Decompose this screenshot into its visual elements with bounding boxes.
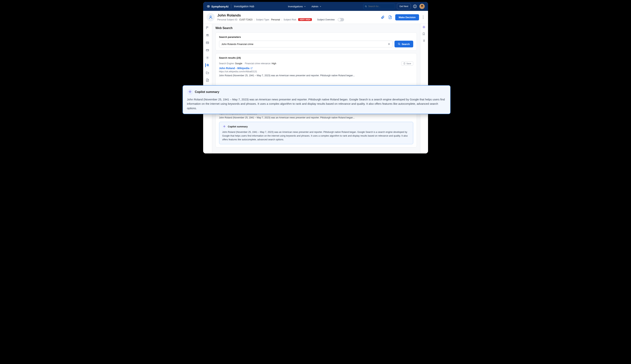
gear-icon [206,56,209,60]
copilot-text: John Roland (November 25, 1941 – May 7, … [222,130,410,142]
external-link-icon [250,67,253,69]
result-snippet: John Roland (November 25, 1941 – May 7, … [219,74,413,77]
make-decision-button[interactable]: Make Decision [395,14,419,20]
sidebar-settings[interactable] [205,56,210,60]
brand-logo: SymphonyAI [207,4,229,8]
copilot-heading: Copilot summary [228,125,248,128]
chevron-down-icon [304,6,306,7]
wallet-icon [206,48,209,52]
sidebar-group[interactable] [205,33,210,37]
svg-rect-11 [206,50,209,51]
sparkle-icon [187,89,193,95]
search-parameters-card: Search parameters ✕ Search [216,32,417,50]
svg-point-0 [365,6,367,7]
risk-badge: VERY HIGH [298,18,312,21]
attachment-button[interactable] [380,15,385,20]
kebab-icon [423,16,423,19]
sidebar-folder[interactable] [205,71,210,75]
rail-list[interactable] [422,39,426,43]
overview-label: Subject Overview [317,18,335,21]
id-card-icon [206,41,209,44]
list-icon [422,39,425,42]
subject-name: John Rolands [217,13,344,18]
copilot-text: John Roland (November 25, 1941 – May 7, … [187,97,446,110]
nav-admin[interactable]: Admin [311,5,321,8]
svg-point-4 [423,16,423,16]
rail-bookmark[interactable] [422,32,426,36]
search-query-input[interactable] [222,43,388,46]
app-window: SymphonyAI Investigation Hub Investigati… [203,2,428,154]
hub-title: Investigation Hub [234,5,254,8]
flag-icon [206,26,209,30]
svg-point-7 [207,34,208,35]
bookmark-icon [422,32,425,36]
user-icon [209,15,213,19]
help-icon[interactable] [413,4,417,8]
svg-point-14 [398,43,400,44]
subject-header: John Rolands Personal Subject ID:CUST-T2… [203,11,428,24]
copilot-heading: Copilot summary [195,90,219,94]
more-button[interactable] [422,16,425,19]
subject-avatar [207,13,215,21]
sparkle-icon [422,26,426,29]
results-header: Search results (24) [219,56,413,59]
search-input-wrapper: ✕ [219,41,393,48]
nav-investigations[interactable]: Investigations [288,5,306,8]
global-search[interactable] [363,4,395,9]
result-url: https://uk.wikipedia.com/in/4bba63131 [219,70,413,73]
clear-search-button[interactable]: ✕ [388,42,390,46]
paperclip-icon [381,15,385,19]
sidebar-websearch[interactable] [205,63,209,67]
add-file-button[interactable] [388,15,393,20]
svg-point-6 [423,18,423,19]
sparkle-icon [222,124,226,129]
result-snippet: John Roland (November 25, 1941 – May 7, … [219,116,413,120]
global-search-input[interactable] [368,5,394,8]
svg-point-2 [415,7,415,8]
svg-point-5 [423,17,423,18]
search-params-label: Search parameters [219,36,413,38]
svg-rect-9 [206,42,209,44]
folder-icon [206,71,209,74]
top-bar: SymphonyAI Investigation Hub Investigati… [203,2,428,11]
result-meta: Search Engine: Google Financial crime re… [219,62,413,66]
svg-point-3 [210,16,211,17]
sidebar-doc[interactable] [205,78,210,82]
search-icon [365,5,367,8]
overview-toggle[interactable] [338,18,344,21]
result-link[interactable]: John Roland - Wikipedia [219,67,413,70]
bookmark-icon [403,62,406,65]
chevron-down-icon [320,6,321,7]
svg-point-10 [207,42,207,43]
svg-point-8 [208,34,209,35]
sidebar-flag[interactable] [205,26,210,30]
svg-point-12 [207,57,208,58]
globe-search-icon [206,64,209,67]
document-icon [206,78,209,82]
save-result-button[interactable]: Save [401,62,413,66]
sidebar-wallet[interactable] [205,48,210,52]
page-title: Web Search [216,26,417,30]
users-icon [206,34,209,37]
subject-meta: Personal Subject ID:CUST-T2423 | Subject… [217,18,344,21]
get-next-button[interactable]: Get Next [397,4,411,9]
copilot-summary-overlay: Copilot summary John Roland (November 25… [183,85,450,114]
search-icon [398,43,400,45]
symphony-icon [207,4,210,8]
divider [231,4,231,8]
copilot-summary-box: Copilot summary John Roland (November 25… [219,122,413,144]
user-avatar[interactable] [419,4,425,9]
search-button[interactable]: Search [394,41,413,48]
file-plus-icon [388,15,392,19]
rail-sparkle[interactable] [422,26,426,30]
sidebar-card[interactable] [205,41,210,45]
